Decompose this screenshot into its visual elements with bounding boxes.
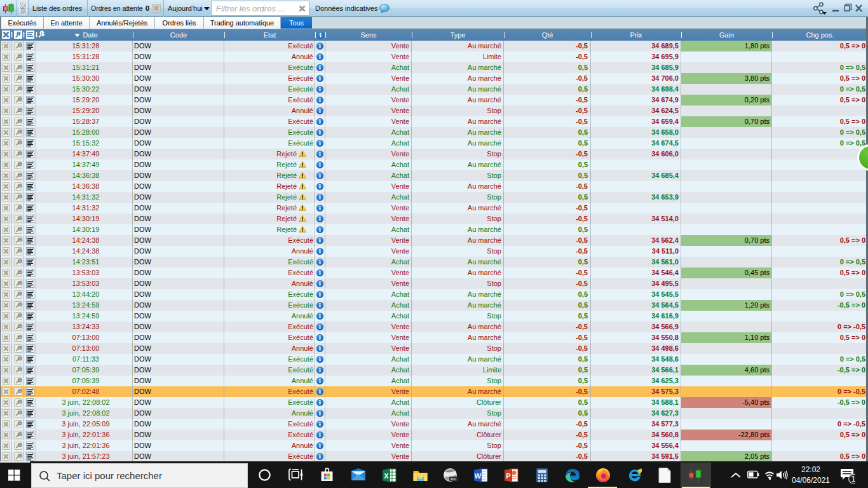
svg-text:X: X — [384, 472, 389, 480]
svg-text:1: 1 — [851, 475, 855, 484]
svg-text:W: W — [475, 472, 482, 480]
svg-text:Pro: Pro — [451, 477, 456, 481]
svg-text:P: P — [506, 472, 510, 480]
